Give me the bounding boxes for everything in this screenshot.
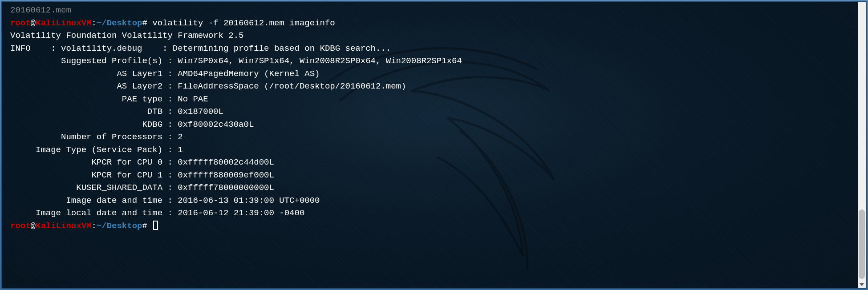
- prompt-line-1: root@KaliLinuxVM:~/Desktop# volatility -…: [10, 17, 858, 30]
- output-line: Image Type (Service Pack) : 1: [10, 144, 858, 157]
- truncated-line: 20160612.mem: [10, 4, 858, 17]
- terminal-area[interactable]: 20160612.mem root@KaliLinuxVM:~/Desktop#…: [1, 1, 867, 289]
- output-line: PAE type : No PAE: [10, 93, 858, 106]
- chevron-down-icon[interactable]: [860, 283, 864, 286]
- prompt-symbol: #: [142, 18, 147, 28]
- prompt-colon: :: [91, 18, 96, 28]
- prompt-colon: :: [91, 221, 96, 231]
- output-line: DTB : 0x187000L: [10, 105, 858, 118]
- window-frame: 20160612.mem root@KaliLinuxVM:~/Desktop#…: [0, 0, 868, 290]
- output-line: KPCR for CPU 1 : 0xfffff880009ef000L: [10, 169, 858, 182]
- command-text: volatility -f 20160612.mem imageinfo: [152, 18, 335, 28]
- prompt-at: @: [31, 221, 36, 231]
- header-line: Volatility Foundation Volatility Framewo…: [10, 29, 858, 42]
- prompt-user: root: [10, 221, 31, 231]
- info-line: INFO : volatility.debug : Determining pr…: [10, 42, 858, 55]
- prompt-at: @: [31, 18, 36, 28]
- output-line: Image local date and time : 2016-06-12 2…: [10, 207, 858, 220]
- output-line: AS Layer1 : AMD64PagedMemory (Kernel AS): [10, 68, 858, 81]
- cursor-icon: [153, 221, 158, 230]
- output-line: KDBG : 0xf80002c430a0L: [10, 118, 858, 131]
- output-line: AS Layer2 : FileAddressSpace (/root/Desk…: [10, 80, 858, 93]
- prompt-host: KaliLinuxVM: [36, 18, 91, 28]
- output-line: Number of Processors : 2: [10, 131, 858, 144]
- output-line: Suggested Profile(s) : Win7SP0x64, Win7S…: [10, 55, 858, 68]
- prompt-host: KaliLinuxVM: [36, 221, 91, 231]
- output-line: KUSER_SHARED_DATA : 0xfffff78000000000L: [10, 181, 858, 194]
- output-line: Image date and time : 2016-06-13 01:39:0…: [10, 194, 858, 207]
- prompt-line-2[interactable]: root@KaliLinuxVM:~/Desktop#: [10, 220, 858, 233]
- prompt-cwd: ~/Desktop: [97, 18, 142, 28]
- prompt-symbol: #: [142, 221, 147, 231]
- prompt-user: root: [10, 18, 31, 28]
- terminal-output: 20160612.mem root@KaliLinuxVM:~/Desktop#…: [2, 2, 866, 234]
- prompt-cwd: ~/Desktop: [97, 221, 142, 231]
- output-line: KPCR for CPU 0 : 0xfffff80002c44d00L: [10, 156, 858, 169]
